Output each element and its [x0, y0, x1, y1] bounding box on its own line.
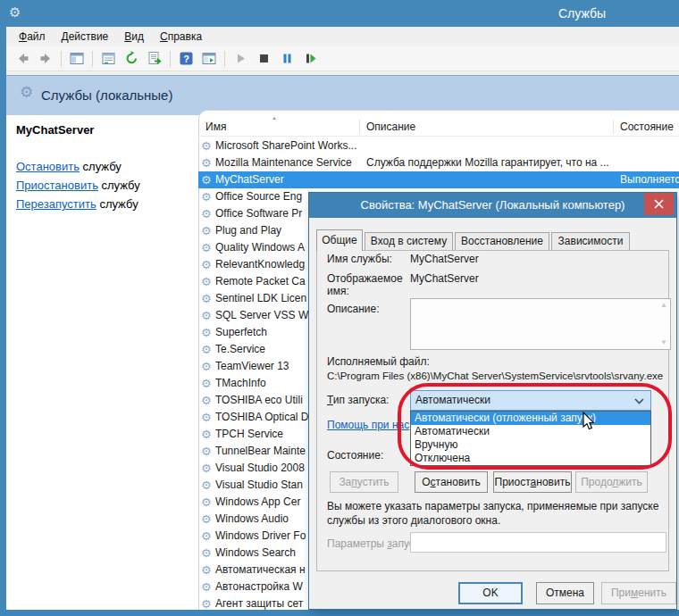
scroll-down-icon[interactable]: ▼ — [660, 339, 667, 346]
arrow-cursor-icon — [583, 412, 597, 431]
description-textarea[interactable]: ▲ ▼ — [410, 298, 671, 350]
scroll-up-icon[interactable]: ▲ — [660, 302, 667, 309]
pause-service-link[interactable]: Приостановить — [16, 179, 98, 192]
service-gear-icon: ⚙ — [201, 171, 212, 188]
service-gear-icon: ⚙ — [201, 494, 212, 511]
window-titlebar: ⚙ Службы — [0, 0, 679, 27]
service-gear-icon: ⚙ — [201, 205, 212, 222]
menu-action[interactable]: Действие — [54, 28, 117, 46]
services-gear-icon: ⚙ — [20, 85, 33, 100]
services-gear-icon: ⚙ — [9, 5, 21, 19]
menu-view[interactable]: Вид — [116, 28, 152, 46]
back-arrow-icon — [15, 51, 30, 66]
restart-service-link[interactable]: Перезапустить — [16, 197, 96, 211]
service-row[interactable]: ⚙ Mozilla Maintenance Service Служба под… — [198, 154, 679, 171]
menu-help[interactable]: Справка — [152, 28, 210, 46]
column-header-name[interactable]: Имя — [205, 121, 226, 133]
services-window: ⚙ Службы Файл Действие Вид Справка ? — [0, 0, 679, 616]
display-name-value: MyChatServer — [410, 272, 479, 285]
stop-icon — [256, 51, 272, 66]
service-gear-icon: ⚙ — [201, 392, 212, 409]
column-header-description[interactable]: Описание — [366, 121, 415, 133]
show-action-pane-button[interactable] — [199, 49, 219, 69]
service-row[interactable]: ⚙ Microsoft SharePoint Works... — [198, 137, 679, 154]
pause-icon — [280, 51, 295, 66]
export-list-button[interactable] — [145, 49, 164, 69]
action-suffix: службу — [80, 160, 122, 173]
help-button[interactable]: ? — [176, 49, 196, 69]
service-description-cell: Служба поддержки Mozilla гарантирует, чт… — [366, 154, 615, 171]
service-gear-icon: ⚙ — [201, 273, 212, 290]
tab-general[interactable]: Общие — [316, 229, 363, 251]
toolbar: ? — [6, 46, 679, 71]
service-gear-icon: ⚙ — [201, 239, 212, 256]
service-gear-icon: ⚙ — [201, 562, 212, 579]
service-row[interactable]: ⚙ MyChatServer Выполняется — [198, 171, 679, 188]
service-gear-icon: ⚙ — [201, 188, 212, 205]
column-separator — [613, 120, 614, 134]
start-icon — [233, 51, 248, 66]
window-border-bottom — [0, 610, 679, 616]
tab-dependencies[interactable]: Зависимости — [551, 232, 630, 251]
back-button[interactable] — [13, 49, 32, 69]
action-suffix: службу — [98, 179, 140, 192]
service-name-cell: Microsoft SharePoint Works... — [215, 137, 362, 154]
console-tree-icon — [70, 51, 85, 66]
dialog-title: Свойства: MyChatServer (Локальный компью… — [309, 198, 676, 212]
params-input — [410, 532, 666, 553]
properties-button[interactable] — [98, 49, 118, 69]
executable-path: C:\Program Files (x86)\MyChat Server\Sys… — [327, 370, 668, 381]
service-gear-icon: ⚙ — [201, 256, 212, 273]
properties-icon — [101, 51, 116, 66]
refresh-button[interactable] — [122, 49, 141, 69]
stop-service-button[interactable] — [254, 49, 273, 69]
pause-button[interactable]: Приостановить — [493, 471, 572, 493]
service-gear-icon: ⚙ — [201, 443, 212, 460]
service-gear-icon: ⚙ — [201, 545, 212, 562]
params-hint-text: Вы можете указать параметры запуска, при… — [327, 499, 672, 528]
close-button[interactable] — [644, 193, 674, 215]
tab-logon[interactable]: Вход в систему — [365, 232, 453, 251]
restart-service-button[interactable] — [300, 49, 320, 69]
toolbar-separator — [224, 51, 225, 67]
menu-file[interactable]: Файл — [11, 28, 54, 46]
show-console-tree-button[interactable] — [67, 49, 87, 69]
sidebar-selected-service: MyChatServer — [16, 123, 94, 137]
service-status-cell: Выполняется — [620, 171, 679, 188]
status-label: Состояние: — [327, 449, 383, 462]
sidebar-action-stop: Остановить службу — [16, 160, 122, 173]
service-gear-icon: ⚙ — [201, 595, 212, 610]
toolbar-separator — [170, 51, 171, 67]
ok-button[interactable]: OK — [458, 582, 523, 604]
stop-service-link[interactable]: Остановить — [16, 160, 80, 173]
service-gear-icon: ⚙ — [201, 222, 212, 239]
service-gear-icon: ⚙ — [201, 460, 212, 477]
dialog-titlebar: Свойства: MyChatServer (Локальный компью… — [309, 193, 676, 218]
service-name-label: Имя службы: — [327, 253, 392, 265]
window-title: Службы — [558, 6, 606, 21]
sidebar-action-pause: Приостановить службу — [16, 179, 140, 192]
service-gear-icon: ⚙ — [201, 324, 212, 341]
start-service-button — [231, 49, 250, 69]
banner-title: Службы (локальные) — [41, 87, 172, 103]
service-gear-icon: ⚙ — [201, 307, 212, 324]
export-list-icon — [147, 51, 163, 66]
column-header-status[interactable]: Состояние — [620, 121, 674, 133]
stop-button[interactable]: Остановить — [415, 471, 488, 493]
service-gear-icon: ⚙ — [201, 409, 212, 426]
column-separator — [359, 120, 360, 134]
action-pane-icon — [202, 51, 217, 66]
service-gear-icon: ⚙ — [201, 528, 212, 545]
display-name-label: Отображаемое имя: — [327, 272, 409, 297]
cancel-button[interactable]: Отмена — [536, 582, 594, 604]
service-name-value: MyChatServer — [410, 253, 479, 265]
pause-service-button[interactable] — [277, 49, 297, 69]
service-gear-icon: ⚙ — [201, 426, 212, 443]
sort-ascending-icon: ▲ — [272, 115, 277, 121]
service-gear-icon: ⚙ — [201, 477, 212, 494]
action-suffix: службу — [96, 197, 138, 211]
service-gear-icon: ⚙ — [201, 579, 212, 595]
tab-recovery[interactable]: Восстановление — [455, 232, 549, 251]
forward-button[interactable] — [36, 49, 55, 69]
service-name-cell: Mozilla Maintenance Service — [215, 154, 362, 171]
